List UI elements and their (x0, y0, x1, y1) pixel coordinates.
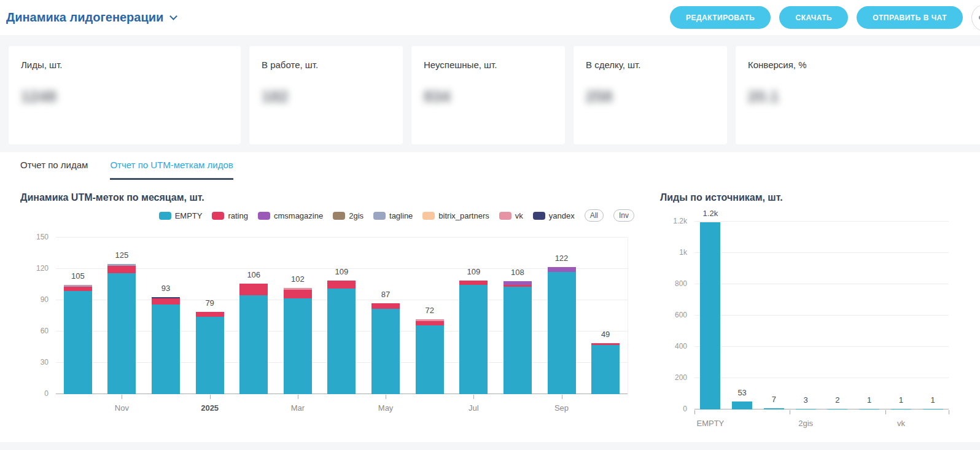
stacked-bar[interactable]: 72 (416, 319, 444, 394)
bar-segment-rating[interactable] (459, 281, 488, 285)
kpi-cards-row: Лиды, шт. 1248 В работе, шт. 182 Неуспеш… (9, 46, 980, 144)
x-axis-tick (210, 395, 211, 399)
bar-segment-rating[interactable] (152, 298, 180, 305)
legend-item-cmsmagazine[interactable]: cmsmagazine (258, 211, 323, 220)
bar-segment-EMPTY[interactable] (591, 345, 620, 394)
bar[interactable]: 1 (891, 409, 911, 410)
bar-segment[interactable] (859, 409, 879, 410)
x-axis-tick (562, 395, 562, 399)
legend-item-vk[interactable]: vk (499, 211, 523, 220)
legend-item-tagline[interactable]: tagline (373, 211, 413, 220)
x-axis-tick (949, 410, 949, 414)
bar-segment-EMPTY[interactable] (107, 273, 136, 394)
bar-segment[interactable] (796, 409, 816, 410)
x-axis-tick (122, 395, 122, 399)
legend-item-rating[interactable]: rating (212, 211, 248, 220)
bar-segment[interactable] (764, 408, 784, 409)
bar-segment-rating[interactable] (416, 321, 444, 325)
legend-label: bitrix_partners (438, 211, 489, 220)
legend-item-yandex[interactable]: yandex (533, 211, 575, 220)
bar-segment-EMPTY[interactable] (196, 317, 224, 394)
x-axis-label: Nov (87, 403, 157, 413)
bar-total-label: 105 (50, 271, 106, 281)
stacked-bar[interactable]: 102 (284, 288, 312, 394)
bar-value-label: 1.2k (690, 209, 731, 218)
more-menu-button[interactable] (971, 4, 980, 31)
stacked-bar[interactable]: 108 (504, 281, 532, 394)
bar-segment-EMPTY[interactable] (416, 325, 444, 394)
bar-segment-EMPTY[interactable] (239, 295, 268, 395)
kpi-value-blurred: 258 (586, 87, 612, 106)
bar[interactable]: 7 (764, 408, 784, 409)
bar-segment-rating[interactable] (284, 290, 312, 298)
x-axis-label: 2gis (780, 419, 831, 428)
legend-swatch (422, 212, 435, 220)
page-title: Динамика лидогенерации (6, 10, 163, 25)
bar-segment-rating[interactable] (196, 312, 224, 317)
legend-item-2gis[interactable]: 2gis (333, 211, 364, 220)
bar-slot: 53 (726, 222, 758, 409)
bar-segment-EMPTY[interactable] (327, 289, 356, 394)
chevron-down-icon (169, 12, 177, 20)
bar-slot: 72 (408, 238, 452, 394)
legend-swatch (373, 212, 386, 220)
tab-utm-report[interactable]: Отчет по UTM-меткам лидов (110, 160, 233, 180)
legend-item-EMPTY[interactable]: EMPTY (159, 211, 203, 220)
legend-item-bitrix_partners[interactable]: bitrix_partners (422, 211, 489, 220)
bar[interactable]: 1 (923, 409, 943, 410)
kpi-label: В сделку, шт. (586, 60, 715, 70)
bar-chart-area: 1.2kEMPTY53732gis211vk1 02004006008001k1… (660, 222, 967, 409)
stacked-bar[interactable]: 125 (107, 264, 136, 394)
bar[interactable]: 3 (796, 409, 816, 410)
kpi-card-conversion: Конверсия, % 20.1 (736, 46, 980, 144)
bar-segment-rating[interactable] (64, 287, 92, 291)
stacked-bar[interactable]: 109 (327, 281, 356, 394)
bar-segment[interactable] (732, 402, 752, 410)
bar-segment-EMPTY[interactable] (64, 291, 92, 394)
bar[interactable]: 1.2k (700, 222, 720, 409)
tab-leads-report[interactable]: Отчет по лидам (20, 160, 88, 180)
bar-slot: 1 (854, 222, 885, 409)
stacked-bar[interactable]: 122 (548, 267, 576, 394)
bar-segment-rating[interactable] (107, 266, 136, 273)
bar-segment-EMPTY[interactable] (459, 285, 488, 395)
bar-segment-rating[interactable] (327, 281, 356, 289)
bar-segment-EMPTY[interactable] (548, 272, 576, 394)
stacked-bar[interactable]: 109 (459, 281, 488, 394)
chart-title: Динамика UTM-меток по месяцам, шт. (20, 192, 634, 203)
stacked-bar[interactable]: 87 (371, 303, 400, 394)
bar-segment-rating[interactable] (371, 303, 400, 309)
bar-segment-EMPTY[interactable] (371, 309, 400, 394)
stacked-bar[interactable]: 106 (239, 284, 268, 394)
x-axis-tick (386, 395, 386, 399)
stacked-bar[interactable]: 79 (196, 312, 224, 394)
bar-segment-cmsmagazine[interactable] (548, 267, 576, 273)
bar[interactable]: 2 (827, 409, 847, 410)
bar-segment-EMPTY[interactable] (152, 305, 180, 394)
bar-total-label: 93 (138, 284, 194, 293)
send-to-chat-button[interactable]: ОТПРАВИТЬ В ЧАТ (857, 6, 963, 29)
report-header: Динамика лидогенерации РЕДАКТИРОВАТЬ СКА… (0, 0, 980, 35)
report-title-dropdown[interactable]: Динамика лидогенерации (6, 10, 176, 25)
bar[interactable]: 1 (859, 409, 879, 410)
bar-segment-EMPTY[interactable] (504, 287, 532, 394)
legend-all-button[interactable]: All (585, 209, 604, 222)
legend-items: EMPTYratingcmsmagazine2gistaglinebitrix_… (159, 211, 575, 220)
bar-total-label: 122 (534, 254, 590, 263)
bar[interactable]: 53 (732, 402, 752, 410)
bar-segment-rating[interactable] (239, 284, 268, 295)
bar-segment[interactable] (827, 409, 847, 410)
report-panel: Отчет по лидам Отчет по UTM-меткам лидов… (0, 152, 980, 442)
edit-button[interactable]: РЕДАКТИРОВАТЬ (670, 6, 771, 29)
bar-segment[interactable] (891, 409, 911, 410)
bar-segment-EMPTY[interactable] (284, 298, 312, 394)
stacked-bar[interactable]: 105 (64, 285, 92, 394)
x-axis-label: EMPTY (685, 419, 736, 428)
legend-label: cmsmagazine (274, 211, 323, 220)
stacked-bar[interactable]: 93 (152, 297, 180, 394)
download-button[interactable]: СКАЧАТЬ (779, 6, 848, 29)
legend-inv-button[interactable]: Inv (613, 209, 634, 222)
bar-segment[interactable] (923, 409, 943, 410)
bar-segment[interactable] (700, 222, 720, 409)
stacked-bar[interactable]: 49 (591, 343, 620, 394)
